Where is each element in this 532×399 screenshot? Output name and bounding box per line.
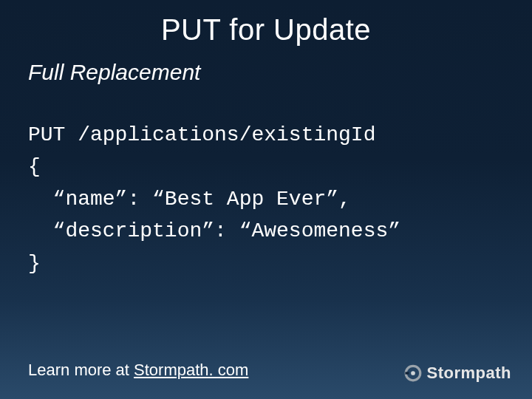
code-line: PUT /applications/existingId xyxy=(28,123,375,146)
stormpath-logo-icon xyxy=(403,364,423,383)
slide-title: PUT for Update xyxy=(0,0,532,47)
code-line: “description”: “Awesomeness” xyxy=(28,219,400,242)
brand-logo: Stormpath xyxy=(403,364,512,383)
svg-point-1 xyxy=(411,371,415,375)
slide-subtitle: Full Replacement xyxy=(0,47,532,85)
brand-logo-text: Stormpath xyxy=(427,364,512,383)
code-line: { xyxy=(28,155,41,178)
code-line: } xyxy=(28,252,41,275)
slide: PUT for Update Full Replacement PUT /app… xyxy=(0,0,532,399)
footer-link[interactable]: Stormpath. com xyxy=(134,361,248,379)
code-line: “name”: “Best App Ever”, xyxy=(28,188,351,211)
footer-text: Learn more at Stormpath. com xyxy=(28,361,248,380)
code-block: PUT /applications/existingId { “name”: “… xyxy=(0,85,532,279)
svg-rect-2 xyxy=(405,372,409,374)
footer-prefix: Learn more at xyxy=(28,361,134,379)
